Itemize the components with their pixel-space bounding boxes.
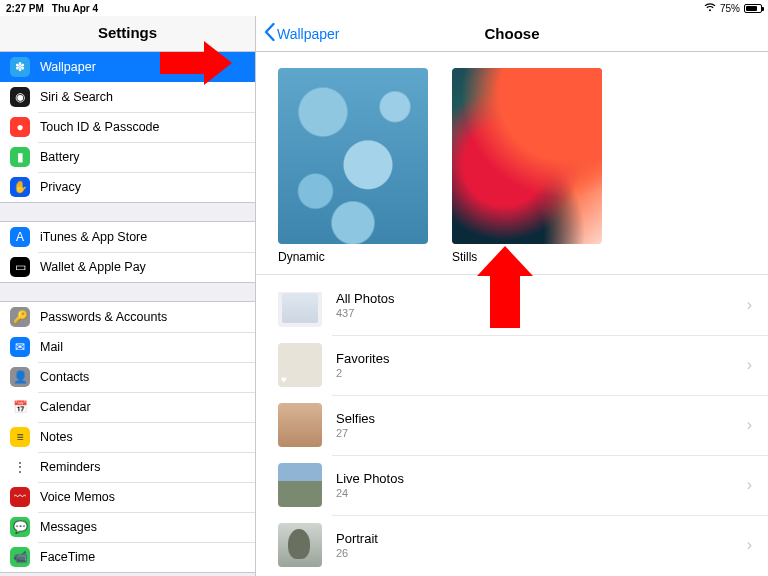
facetime-icon: 📹 xyxy=(10,547,30,567)
sidebar-item-label: Messages xyxy=(40,520,97,534)
wallet-icon: ▭ xyxy=(10,257,30,277)
wallpaper-icon: ✽ xyxy=(10,57,30,77)
sidebar-item-wallet[interactable]: ▭Wallet & Apple Pay xyxy=(0,252,255,282)
wallpaper-thumb xyxy=(278,68,428,244)
notes-icon: ≡ xyxy=(10,427,30,447)
album-thumb xyxy=(278,283,322,327)
sidebar-item-contacts[interactable]: 👤Contacts xyxy=(0,362,255,392)
album-thumb xyxy=(278,403,322,447)
wallpaper-label: Dynamic xyxy=(278,250,428,264)
sidebar-item-label: Notes xyxy=(40,430,73,444)
album-item-live-photos[interactable]: Live Photos24› xyxy=(256,455,768,515)
album-thumb: ♥ xyxy=(278,343,322,387)
sidebar-item-messages[interactable]: 💬Messages xyxy=(0,512,255,542)
sidebar-item-voicememos[interactable]: 〰Voice Memos xyxy=(0,482,255,512)
sidebar-item-label: Mail xyxy=(40,340,63,354)
sidebar-item-touchid[interactable]: ●Touch ID & Passcode xyxy=(0,112,255,142)
album-thumb xyxy=(278,523,322,567)
sidebar-item-privacy[interactable]: ✋Privacy xyxy=(0,172,255,202)
sidebar-item-calendar[interactable]: 📅Calendar xyxy=(0,392,255,422)
album-count: 2 xyxy=(336,367,747,379)
contacts-icon: 👤 xyxy=(10,367,30,387)
sidebar-item-label: Siri & Search xyxy=(40,90,113,104)
album-item-selfies[interactable]: Selfies27› xyxy=(256,395,768,455)
chevron-right-icon: › xyxy=(747,296,756,314)
wallpaper-thumb xyxy=(452,68,602,244)
sidebar-item-label: Battery xyxy=(40,150,80,164)
back-label: Wallpaper xyxy=(277,26,340,42)
sidebar-item-mail[interactable]: ✉Mail xyxy=(0,332,255,362)
statusbar-date: Thu Apr 4 xyxy=(52,3,98,14)
back-button[interactable]: Wallpaper xyxy=(264,23,340,44)
heart-icon: ♥ xyxy=(281,374,287,385)
wallpaper-category-stills[interactable]: Stills xyxy=(452,68,602,264)
sidebar-item-label: Wallet & Apple Pay xyxy=(40,260,146,274)
sidebar-item-itunes[interactable]: AiTunes & App Store xyxy=(0,222,255,252)
chevron-right-icon: › xyxy=(747,356,756,374)
sidebar-item-siri[interactable]: ◉Siri & Search xyxy=(0,82,255,112)
wallpaper-category-dynamic[interactable]: Dynamic xyxy=(278,68,428,264)
chevron-left-icon xyxy=(264,23,275,44)
album-item-portrait[interactable]: Portrait26› xyxy=(256,515,768,575)
privacy-icon: ✋ xyxy=(10,177,30,197)
album-count: 437 xyxy=(336,307,747,319)
calendar-icon: 📅 xyxy=(10,397,30,417)
album-thumb xyxy=(278,463,322,507)
sidebar-item-label: Touch ID & Passcode xyxy=(40,120,160,134)
sidebar-item-label: iTunes & App Store xyxy=(40,230,147,244)
album-title: Selfies xyxy=(336,411,747,426)
wallpaper-category-row: DynamicStills xyxy=(256,52,768,274)
sidebar-item-notes[interactable]: ≡Notes xyxy=(0,422,255,452)
statusbar-time: 2:27 PM xyxy=(6,3,44,14)
itunes-icon: A xyxy=(10,227,30,247)
voicememos-icon: 〰 xyxy=(10,487,30,507)
album-title: All Photos xyxy=(336,291,747,306)
album-count: 27 xyxy=(336,427,747,439)
chevron-right-icon: › xyxy=(747,476,756,494)
chevron-right-icon: › xyxy=(747,536,756,554)
annotation-arrow-up xyxy=(490,276,520,328)
sidebar-item-passwords[interactable]: 🔑Passwords & Accounts xyxy=(0,302,255,332)
sidebar-item-label: Privacy xyxy=(40,180,81,194)
messages-icon: 💬 xyxy=(10,517,30,537)
siri-icon: ◉ xyxy=(10,87,30,107)
passwords-icon: 🔑 xyxy=(10,307,30,327)
sidebar-item-label: FaceTime xyxy=(40,550,95,564)
detail-navbar: Wallpaper Choose xyxy=(256,16,768,52)
sidebar-item-label: Wallpaper xyxy=(40,60,96,74)
battery-icon xyxy=(744,4,762,13)
album-count: 26 xyxy=(336,547,747,559)
sidebar-item-facetime[interactable]: 📹FaceTime xyxy=(0,542,255,572)
sidebar-item-label: Voice Memos xyxy=(40,490,115,504)
statusbar-right: 75% xyxy=(704,3,762,14)
sidebar-item-label: Contacts xyxy=(40,370,89,384)
sidebar-item-label: Passwords & Accounts xyxy=(40,310,167,324)
battery-percent: 75% xyxy=(720,3,740,14)
album-title: Favorites xyxy=(336,351,747,366)
battery-icon: ▮ xyxy=(10,147,30,167)
touchid-icon: ● xyxy=(10,117,30,137)
sidebar-item-reminders[interactable]: ⋮Reminders xyxy=(0,452,255,482)
album-title: Live Photos xyxy=(336,471,747,486)
mail-icon: ✉ xyxy=(10,337,30,357)
settings-sidebar: Settings ✽Wallpaper◉Siri & Search●Touch … xyxy=(0,16,256,576)
sidebar-item-label: Reminders xyxy=(40,460,100,474)
reminders-icon: ⋮ xyxy=(10,457,30,477)
status-bar: 2:27 PM Thu Apr 4 75% xyxy=(0,0,768,16)
sidebar-item-battery[interactable]: ▮Battery xyxy=(0,142,255,172)
chevron-right-icon: › xyxy=(747,416,756,434)
sidebar-item-label: Calendar xyxy=(40,400,91,414)
wifi-icon xyxy=(704,3,716,14)
album-count: 24 xyxy=(336,487,747,499)
album-item-favorites[interactable]: ♥Favorites2› xyxy=(256,335,768,395)
album-title: Portrait xyxy=(336,531,747,546)
annotation-arrow-right xyxy=(160,52,204,74)
